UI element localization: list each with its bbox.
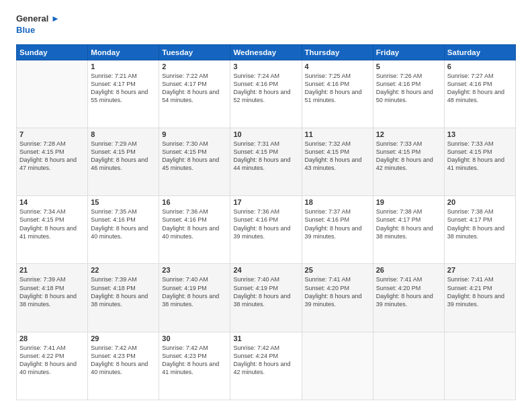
- week-row-4: 21Sunrise: 7:39 AM Sunset: 4:18 PM Dayli…: [17, 264, 516, 332]
- day-number: 8: [91, 130, 156, 138]
- day-info: Sunrise: 7:37 AM Sunset: 4:16 PM Dayligh…: [305, 208, 370, 240]
- calendar-cell: 3Sunrise: 7:24 AM Sunset: 4:16 PM Daylig…: [230, 60, 302, 128]
- calendar-cell: 27Sunrise: 7:41 AM Sunset: 4:21 PM Dayli…: [444, 264, 515, 332]
- day-info: Sunrise: 7:33 AM Sunset: 4:15 PM Dayligh…: [376, 140, 441, 173]
- day-info: Sunrise: 7:25 AM Sunset: 4:16 PM Dayligh…: [305, 72, 370, 105]
- day-info: Sunrise: 7:36 AM Sunset: 4:16 PM Dayligh…: [233, 208, 298, 240]
- day-number: 6: [447, 62, 513, 71]
- day-info: Sunrise: 7:38 AM Sunset: 4:17 PM Dayligh…: [376, 208, 441, 240]
- weekday-header-row: SundayMondayTuesdayWednesdayThursdayFrid…: [17, 44, 516, 60]
- day-info: Sunrise: 7:33 AM Sunset: 4:15 PM Dayligh…: [447, 140, 513, 173]
- weekday-header-monday: Monday: [88, 44, 159, 60]
- calendar-table: SundayMondayTuesdayWednesdayThursdayFrid…: [16, 44, 516, 400]
- calendar-cell: 30Sunrise: 7:42 AM Sunset: 4:23 PM Dayli…: [159, 332, 230, 400]
- calendar-cell: 24Sunrise: 7:40 AM Sunset: 4:19 PM Dayli…: [230, 264, 302, 332]
- day-number: 10: [233, 130, 298, 138]
- day-number: 11: [305, 130, 370, 138]
- calendar-cell: 29Sunrise: 7:42 AM Sunset: 4:23 PM Dayli…: [88, 332, 159, 400]
- calendar-cell: 18Sunrise: 7:37 AM Sunset: 4:16 PM Dayli…: [302, 196, 373, 264]
- day-number: 17: [233, 198, 298, 206]
- calendar-cell: 9Sunrise: 7:30 AM Sunset: 4:15 PM Daylig…: [159, 128, 230, 196]
- calendar-cell: 31Sunrise: 7:42 AM Sunset: 4:24 PM Dayli…: [230, 332, 302, 400]
- day-number: 26: [376, 266, 441, 274]
- weekday-header-thursday: Thursday: [302, 44, 373, 60]
- day-info: Sunrise: 7:28 AM Sunset: 4:15 PM Dayligh…: [19, 140, 85, 173]
- weekday-header-friday: Friday: [373, 44, 444, 60]
- day-number: 31: [233, 334, 298, 342]
- day-number: 22: [91, 266, 156, 274]
- day-info: Sunrise: 7:32 AM Sunset: 4:15 PM Dayligh…: [305, 140, 370, 173]
- day-info: Sunrise: 7:34 AM Sunset: 4:15 PM Dayligh…: [19, 208, 85, 240]
- day-info: Sunrise: 7:27 AM Sunset: 4:16 PM Dayligh…: [447, 72, 513, 105]
- day-number: 14: [19, 198, 85, 206]
- calendar-cell: 25Sunrise: 7:41 AM Sunset: 4:20 PM Dayli…: [302, 264, 373, 332]
- day-number: 24: [233, 266, 298, 274]
- calendar-cell: 19Sunrise: 7:38 AM Sunset: 4:17 PM Dayli…: [373, 196, 444, 264]
- day-number: 30: [162, 334, 227, 342]
- calendar-cell: 12Sunrise: 7:33 AM Sunset: 4:15 PM Dayli…: [373, 128, 444, 196]
- week-row-5: 28Sunrise: 7:41 AM Sunset: 4:22 PM Dayli…: [17, 332, 516, 400]
- day-info: Sunrise: 7:38 AM Sunset: 4:17 PM Dayligh…: [447, 208, 513, 240]
- day-info: Sunrise: 7:41 AM Sunset: 4:22 PM Dayligh…: [19, 344, 85, 377]
- day-number: 4: [305, 62, 370, 71]
- day-info: Sunrise: 7:21 AM Sunset: 4:17 PM Dayligh…: [91, 72, 156, 105]
- calendar-cell: [17, 60, 88, 128]
- calendar-cell: 13Sunrise: 7:33 AM Sunset: 4:15 PM Dayli…: [444, 128, 515, 196]
- week-row-2: 7Sunrise: 7:28 AM Sunset: 4:15 PM Daylig…: [17, 128, 516, 196]
- day-number: 15: [91, 198, 156, 206]
- calendar-cell: 16Sunrise: 7:36 AM Sunset: 4:16 PM Dayli…: [159, 196, 230, 264]
- day-number: 29: [91, 334, 156, 342]
- weekday-header-tuesday: Tuesday: [159, 44, 230, 60]
- calendar-cell: 2Sunrise: 7:22 AM Sunset: 4:17 PM Daylig…: [159, 60, 230, 128]
- day-info: Sunrise: 7:39 AM Sunset: 4:18 PM Dayligh…: [91, 275, 156, 308]
- calendar-cell: 10Sunrise: 7:31 AM Sunset: 4:15 PM Dayli…: [230, 128, 302, 196]
- calendar-cell: 8Sunrise: 7:29 AM Sunset: 4:15 PM Daylig…: [88, 128, 159, 196]
- header: General ► Blue: [16, 13, 516, 36]
- week-row-3: 14Sunrise: 7:34 AM Sunset: 4:15 PM Dayli…: [17, 196, 516, 264]
- day-info: Sunrise: 7:41 AM Sunset: 4:20 PM Dayligh…: [376, 275, 441, 308]
- day-number: 2: [162, 62, 227, 71]
- day-info: Sunrise: 7:42 AM Sunset: 4:23 PM Dayligh…: [91, 344, 156, 377]
- day-number: 28: [19, 334, 85, 342]
- day-number: 27: [447, 266, 513, 274]
- day-info: Sunrise: 7:26 AM Sunset: 4:16 PM Dayligh…: [376, 72, 441, 105]
- calendar-cell: 14Sunrise: 7:34 AM Sunset: 4:15 PM Dayli…: [17, 196, 88, 264]
- day-number: 13: [447, 130, 513, 138]
- calendar-cell: 22Sunrise: 7:39 AM Sunset: 4:18 PM Dayli…: [88, 264, 159, 332]
- calendar-cell: 5Sunrise: 7:26 AM Sunset: 4:16 PM Daylig…: [373, 60, 444, 128]
- week-row-1: 1Sunrise: 7:21 AM Sunset: 4:17 PM Daylig…: [17, 60, 516, 128]
- day-info: Sunrise: 7:41 AM Sunset: 4:20 PM Dayligh…: [305, 275, 370, 308]
- day-info: Sunrise: 7:35 AM Sunset: 4:16 PM Dayligh…: [91, 208, 156, 240]
- logo-blue: Blue: [16, 25, 35, 36]
- calendar-cell: 6Sunrise: 7:27 AM Sunset: 4:16 PM Daylig…: [444, 60, 515, 128]
- day-number: 23: [162, 266, 227, 274]
- calendar-cell: 28Sunrise: 7:41 AM Sunset: 4:22 PM Dayli…: [17, 332, 88, 400]
- page: General ► Blue SundayMondayTuesdayWednes…: [0, 0, 532, 411]
- day-info: Sunrise: 7:40 AM Sunset: 4:19 PM Dayligh…: [162, 275, 227, 308]
- day-info: Sunrise: 7:42 AM Sunset: 4:23 PM Dayligh…: [162, 344, 227, 377]
- day-number: 25: [305, 266, 370, 274]
- calendar-cell: [302, 332, 373, 400]
- calendar-cell: 17Sunrise: 7:36 AM Sunset: 4:16 PM Dayli…: [230, 196, 302, 264]
- day-number: 7: [19, 130, 85, 138]
- day-info: Sunrise: 7:39 AM Sunset: 4:18 PM Dayligh…: [19, 275, 85, 308]
- weekday-header-sunday: Sunday: [17, 44, 88, 60]
- calendar-cell: 20Sunrise: 7:38 AM Sunset: 4:17 PM Dayli…: [444, 196, 515, 264]
- day-number: 1: [91, 62, 156, 71]
- calendar-cell: 1Sunrise: 7:21 AM Sunset: 4:17 PM Daylig…: [88, 60, 159, 128]
- day-number: 3: [233, 62, 298, 71]
- weekday-header-saturday: Saturday: [444, 44, 515, 60]
- day-info: Sunrise: 7:29 AM Sunset: 4:15 PM Dayligh…: [91, 140, 156, 173]
- day-number: 21: [19, 266, 85, 274]
- day-info: Sunrise: 7:40 AM Sunset: 4:19 PM Dayligh…: [233, 275, 298, 308]
- day-info: Sunrise: 7:41 AM Sunset: 4:21 PM Dayligh…: [447, 275, 513, 308]
- calendar-cell: 7Sunrise: 7:28 AM Sunset: 4:15 PM Daylig…: [17, 128, 88, 196]
- day-info: Sunrise: 7:31 AM Sunset: 4:15 PM Dayligh…: [233, 140, 298, 173]
- day-info: Sunrise: 7:24 AM Sunset: 4:16 PM Dayligh…: [233, 72, 298, 105]
- day-number: 5: [376, 62, 441, 71]
- calendar-cell: [373, 332, 444, 400]
- weekday-header-wednesday: Wednesday: [230, 44, 302, 60]
- calendar-cell: 4Sunrise: 7:25 AM Sunset: 4:16 PM Daylig…: [302, 60, 373, 128]
- day-number: 16: [162, 198, 227, 206]
- day-number: 18: [305, 198, 370, 206]
